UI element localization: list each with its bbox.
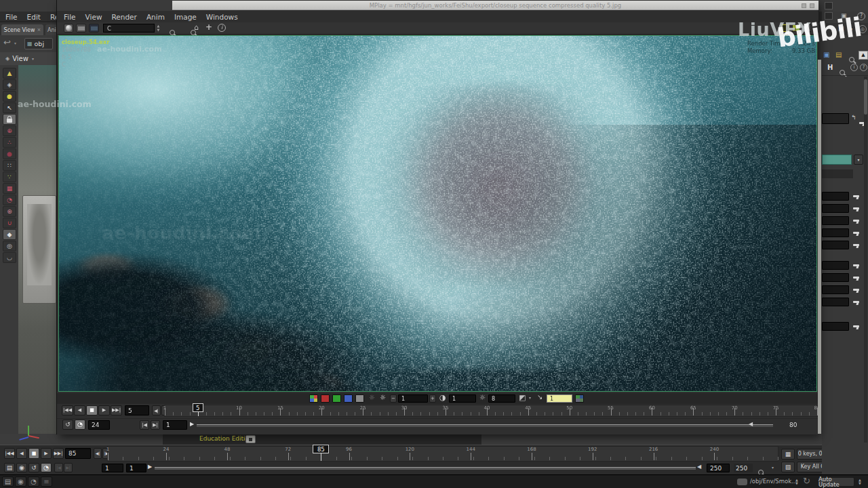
tool-icon-6[interactable]: ∴ [3, 137, 16, 148]
pane-splitter[interactable] [818, 60, 821, 434]
contrast-icon[interactable]: ◑ [439, 394, 446, 401]
tool-icon-3[interactable]: ↖ [3, 102, 16, 113]
channel-blue-button[interactable] [344, 394, 353, 403]
panel-scrollbar[interactable] [864, 77, 867, 443]
auto-update-button[interactable]: Auto Update [818, 477, 854, 487]
channel-green-button[interactable] [332, 394, 341, 403]
lut-icon[interactable]: ◩ [519, 394, 526, 401]
tool-icon-12[interactable]: ⊛ [3, 206, 16, 217]
tool-icon-8[interactable]: ∷ [3, 160, 16, 171]
gamma-plus-button[interactable]: + [429, 394, 436, 403]
brightness-down-icon[interactable]: ☼ [369, 394, 375, 401]
playhead[interactable]: 85 [313, 445, 329, 453]
current-node-path[interactable]: /obj/Env/Smok... [750, 478, 792, 485]
playhead[interactable]: 5 [193, 403, 203, 412]
main-playback-option-0[interactable]: ▤ [4, 463, 15, 472]
quad-view-icon[interactable] [792, 24, 800, 32]
window-button[interactable] [810, 3, 814, 8]
path-spinner[interactable]: ▲▼ [793, 477, 800, 487]
mplay-slider-right-handle[interactable]: ◀ [749, 422, 753, 427]
tool-icon-1[interactable]: ◈ [3, 79, 16, 90]
home-view-icon[interactable]: ⌂ [194, 24, 199, 31]
gamma-curve-icon[interactable]: ↘ [537, 394, 542, 401]
main-window-corner-icon[interactable] [825, 2, 833, 9]
mplay-slider-left-handle[interactable]: ▶ [190, 422, 194, 427]
param-spray-icon[interactable] [853, 243, 861, 248]
tool-icon-14[interactable]: ◆ [3, 229, 16, 240]
back-dropdown-icon[interactable]: ▾ [14, 41, 16, 45]
plane-combo[interactable]: C [103, 24, 155, 33]
status-icon-3[interactable]: ≡ [41, 476, 52, 487]
status-icon-0[interactable]: ▤ [2, 476, 14, 487]
main-transport-button-3[interactable]: ▶ [41, 448, 52, 459]
main-transport-button-4[interactable]: ▶▶| [53, 448, 64, 459]
image-view-icon[interactable] [89, 24, 99, 33]
keyframe-options-button[interactable]: ▧ [781, 462, 795, 472]
tool-icon-15[interactable]: ◎ [3, 241, 16, 251]
param-spray-icon[interactable] [853, 287, 861, 293]
param-spray-icon[interactable] [853, 275, 861, 281]
range-slider-right-handle[interactable]: ◀ [697, 464, 701, 470]
panel-scrollbar-thumb[interactable] [864, 79, 867, 115]
param-field[interactable] [822, 322, 849, 331]
education-icon[interactable] [245, 435, 256, 443]
split-view-icon[interactable] [803, 24, 811, 32]
mplay-transport-button-4[interactable]: ▶▶| [111, 405, 122, 415]
brightness-up-icon[interactable]: ☼ [380, 394, 386, 401]
mplay-menu-file[interactable]: File [64, 13, 76, 21]
pan-view-icon[interactable]: + [205, 23, 212, 31]
auto-update-spinner[interactable]: ▲▼ [856, 477, 863, 487]
main-transport-button-1[interactable]: ◀ [16, 448, 27, 459]
tool-icon-10[interactable]: ▦ [3, 183, 16, 194]
mplay-range-left-button[interactable]: |◀ [140, 420, 149, 430]
display-options-icon[interactable] [575, 394, 584, 403]
status-icon-2[interactable]: ◔ [28, 476, 39, 487]
param-field[interactable] [822, 204, 849, 213]
mplay-range-start-field[interactable]: 1 [163, 420, 187, 430]
mplay-menu-image[interactable]: Image [174, 13, 197, 21]
menu-file[interactable]: File [5, 13, 18, 21]
window-button[interactable] [802, 3, 806, 8]
tool-icon-13[interactable]: ∪ [3, 218, 16, 228]
tool-icon-9[interactable]: ∵ [3, 171, 16, 182]
global-range-start-field[interactable]: 1 [102, 464, 123, 472]
back-arrow-icon[interactable]: ↩ [3, 38, 11, 47]
tool-icon-0[interactable]: ▲ [3, 68, 16, 79]
param-spray-icon[interactable] [853, 206, 861, 211]
mplay-slider-track[interactable] [197, 424, 773, 427]
view-menu-row[interactable]: ◈ View ▾ [0, 52, 57, 65]
render-image-viewport[interactable]: closeup.54.exr 1680x788 fr 5 C Render Ti… [58, 35, 817, 392]
main-step-button-0[interactable]: ◀| [94, 448, 102, 459]
param-field[interactable] [822, 241, 849, 249]
image-info-icon[interactable]: i [218, 24, 226, 32]
range-start-field[interactable]: 1 [126, 464, 146, 472]
main-range-step-1[interactable]: ▶| [64, 463, 73, 472]
mplay-frame-field[interactable]: 5 [125, 405, 149, 415]
crop-region-icon[interactable] [781, 24, 789, 32]
param-field[interactable] [822, 192, 849, 201]
param-spray-icon[interactable] [853, 218, 861, 224]
main-frame-field[interactable]: 85 [65, 448, 91, 459]
channel-all-button[interactable] [309, 394, 318, 403]
mplay-fps-field[interactable]: 24 [88, 420, 110, 430]
gamma-field[interactable]: 1 [398, 394, 428, 403]
param-field[interactable] [822, 261, 849, 270]
param-spray-icon[interactable] [853, 194, 861, 199]
main-playback-option-3[interactable]: ◔ [41, 463, 52, 472]
scope-channels-button[interactable]: ▦ [781, 449, 795, 460]
scene-viewport-strip[interactable] [18, 65, 57, 434]
plane-combo-spinner[interactable]: ▲▼ [155, 24, 161, 33]
mplay-playback-option-0[interactable]: ↺ [62, 420, 73, 430]
mplay-transport-button-2[interactable]: ■ [86, 405, 98, 415]
mplay-range-right-button[interactable]: ▶| [151, 420, 160, 430]
tool-icon-4[interactable] [3, 114, 16, 125]
main-transport-button-0[interactable]: |◀◀ [4, 448, 15, 459]
main-timeline-ruler[interactable]: 12448729612014416819221624085 [107, 446, 778, 462]
tool-icon-16[interactable]: ◡ [3, 252, 16, 263]
param-spray-icon[interactable] [853, 324, 861, 329]
mplay-transport-button-3[interactable]: ▶ [98, 405, 110, 415]
tool-icon-5[interactable]: ⊕ [3, 125, 16, 136]
tab-scene-view[interactable]: Scene View × [1, 24, 43, 35]
param-field[interactable] [822, 285, 849, 294]
levels-field[interactable]: 8 [488, 394, 515, 403]
